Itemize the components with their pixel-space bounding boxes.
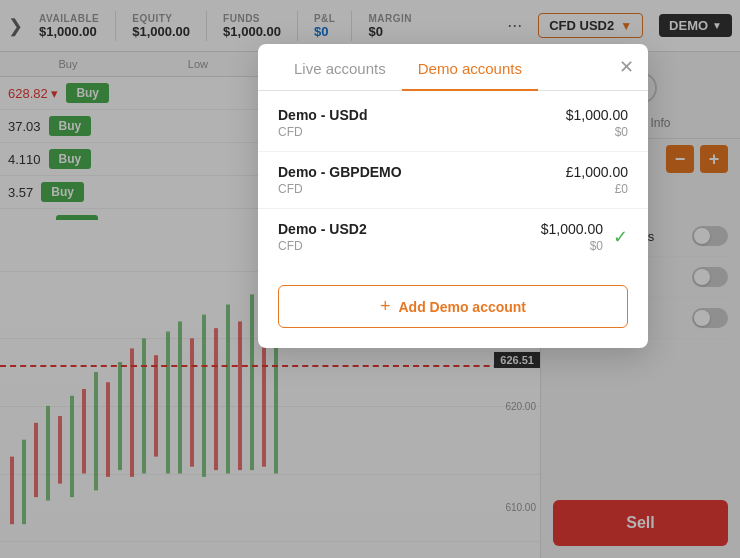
account-values: £1,000.00 £0 bbox=[566, 164, 628, 196]
account-values: $1,000.00 $0 bbox=[541, 221, 603, 253]
modal-tabs: Live accounts Demo accounts bbox=[258, 44, 648, 91]
add-demo-account-button[interactable]: + Add Demo account bbox=[278, 285, 628, 328]
plus-icon: + bbox=[380, 296, 391, 317]
add-account-section: + Add Demo account bbox=[258, 269, 648, 348]
account-name: Demo - GBPDEMO bbox=[278, 164, 566, 180]
tab-live-accounts[interactable]: Live accounts bbox=[278, 44, 402, 91]
account-primary-value: $1,000.00 bbox=[541, 221, 603, 237]
add-demo-account-label: Add Demo account bbox=[398, 299, 526, 315]
account-secondary-value: £0 bbox=[615, 182, 628, 196]
account-item-usd2[interactable]: Demo - USD2 CFD $1,000.00 $0 ✓ bbox=[258, 209, 648, 265]
account-secondary-value: $0 bbox=[615, 125, 628, 139]
tab-demo-accounts[interactable]: Demo accounts bbox=[402, 44, 538, 91]
account-primary-value: £1,000.00 bbox=[566, 164, 628, 180]
account-item-usdd[interactable]: Demo - USDd CFD $1,000.00 $0 bbox=[258, 95, 648, 152]
account-type: CFD bbox=[278, 125, 566, 139]
account-info: Demo - GBPDEMO CFD bbox=[278, 164, 566, 196]
account-primary-value: $1,000.00 bbox=[566, 107, 628, 123]
account-values: $1,000.00 $0 bbox=[566, 107, 628, 139]
account-secondary-value: $0 bbox=[590, 239, 603, 253]
account-name: Demo - USDd bbox=[278, 107, 566, 123]
account-list: Demo - USDd CFD $1,000.00 $0 Demo - GBPD… bbox=[258, 91, 648, 269]
account-type: CFD bbox=[278, 182, 566, 196]
selected-checkmark-icon: ✓ bbox=[613, 226, 628, 248]
account-type: CFD bbox=[278, 239, 541, 253]
account-item-gbpdemo[interactable]: Demo - GBPDEMO CFD £1,000.00 £0 bbox=[258, 152, 648, 209]
account-info: Demo - USD2 CFD bbox=[278, 221, 541, 253]
close-button[interactable]: ✕ bbox=[619, 56, 634, 78]
accounts-modal: ✕ Live accounts Demo accounts Demo - USD… bbox=[258, 44, 648, 348]
account-info: Demo - USDd CFD bbox=[278, 107, 566, 139]
account-name: Demo - USD2 bbox=[278, 221, 541, 237]
